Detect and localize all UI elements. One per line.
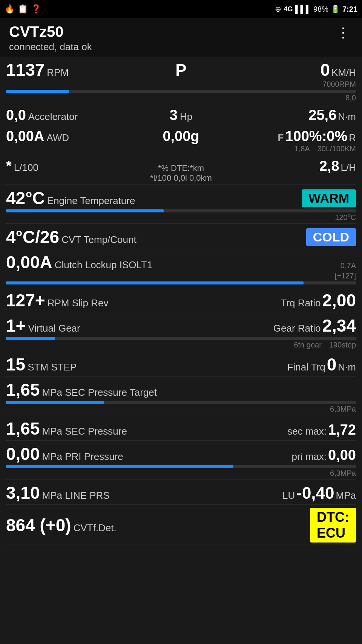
pri-p-label: MPa PRI Pressure (42, 451, 123, 463)
clutch-progress-bg (6, 281, 356, 284)
header-text: CVTz50 connected, data ok (9, 23, 92, 53)
nm-unit: N·m (338, 111, 356, 123)
engine-temp-row: 42°C Engine Temperature WARM 120°C (6, 185, 356, 224)
network-4g: 4G (284, 5, 293, 13)
gear-ref2: 190step (329, 341, 356, 349)
accel-value: 0,0 (6, 107, 26, 123)
fuel-sub-label: *l/100 0,0l 0,0km (150, 173, 212, 183)
nm-value: 25,6 (308, 107, 336, 123)
virtual-gear-row: 1+ Virtual Gear Gear Ratio 2,34 6th gear… (6, 312, 356, 351)
rpm-slip-row: 127+ RPM Slip Rev Trq Ratio 2,00 (6, 287, 356, 312)
pri-progress-bg (6, 465, 356, 468)
pri-max: 6,3MPa (330, 469, 356, 478)
f-prefix: F (278, 132, 284, 144)
pri-max-value: 0,00 (328, 447, 356, 463)
cvt-temp-value: 4°C/26 (6, 227, 59, 247)
sec-pressure-target-row: 1,65 MPa SEC Pressure Target 6,3MPa (6, 377, 356, 415)
sec-pt-progress-fill (6, 401, 104, 404)
g-value: 0,00g (163, 128, 199, 144)
dtc-value: 864 (+0) (6, 515, 71, 535)
hp-value: 3 (170, 107, 178, 123)
status-left-icons: 🔥 📋 ❓ (5, 4, 41, 14)
line-prs-label: MPa LINE PRS (42, 490, 110, 501)
final-trq-value: 0 (327, 354, 337, 375)
dtc-row: 864 (+0) CVTf.Det. DTC: ECU (6, 505, 356, 544)
main-data: 1137 RPM P 0 KM/H 7000RPM 8,0 0,0 Accele… (0, 57, 362, 544)
speed-value: 0 (320, 60, 330, 80)
trq-ratio-value: 2,00 (322, 290, 356, 310)
cvt-temp-label: CVT Temp/Count (61, 234, 136, 246)
clutch-row: 0,00A Clutch Lockup ISOLT1 0,7A [+127] (6, 249, 356, 287)
vgear-progress-fill (6, 337, 55, 340)
lu-unit: MPa (336, 490, 356, 501)
clutch-max-a: 0,7A (341, 261, 356, 270)
sec-pressure-row: 1,65 MPa SEC Pressure sec max: 1,72 (6, 415, 356, 441)
menu-button[interactable]: ⋮ (333, 23, 353, 42)
dtc-label: CVTf.Det. (74, 522, 117, 534)
awd-max-a: 1,8A (295, 144, 310, 153)
hp-unit: Hp (180, 111, 192, 123)
cvt-temp-row: 4°C/26 CVT Temp/Count COLD (6, 224, 356, 249)
dte-label: *% DTE:*km (158, 163, 204, 173)
stm-value: 15 (6, 354, 25, 375)
rpm-value: 1137 (6, 60, 44, 80)
final-trq-label: Final Trq (287, 361, 325, 373)
rpm-row: 1137 RPM P 0 KM/H 7000RPM 8,0 (6, 57, 356, 104)
sec-pt-label: MPa SEC Pressure Target (42, 387, 157, 398)
sec-max-value: 1,72 (328, 422, 356, 438)
gear-ratio-label: Gear Ratio (273, 323, 321, 334)
sec-pt-max: 6,3MPa (330, 405, 356, 413)
engine-temp-progress-bg (6, 209, 356, 212)
clutch-label: Clutch Lockup ISOLT1 (55, 259, 153, 271)
lu-label: LU (282, 490, 295, 501)
lu-value: -0,40 (296, 484, 334, 503)
battery-icon: 🔋 (331, 5, 340, 14)
engine-temp-max: 120°C (335, 213, 356, 222)
sec-p-value: 1,65 (6, 418, 40, 439)
header: CVTz50 connected, data ok ⋮ (0, 18, 362, 57)
lph-unit: L/H (341, 162, 356, 174)
stm-label: STM STEP (28, 361, 77, 373)
rpm-slip-label: RPM Slip Rev (48, 297, 109, 309)
pri-progress-fill (6, 465, 233, 468)
gear-value: P (175, 61, 186, 80)
engine-temp-progress-fill (6, 209, 164, 212)
cold-badge: COLD (306, 228, 356, 246)
rpm-max-label: 7000RPM (322, 80, 356, 89)
sec-pt-value: 1,65 (6, 380, 40, 400)
stm-step-row: 15 STM STEP Final Trq 0 N·m (6, 351, 356, 377)
clutch-progress-fill (6, 281, 304, 284)
clipboard-icon: 📋 (18, 4, 28, 14)
pri-p-value: 0,00 (6, 444, 40, 464)
wifi-question-icon: ❓ (31, 4, 41, 14)
speed-unit: KM/H (331, 67, 356, 78)
pri-max-label: pri max: (292, 451, 327, 463)
awd-label: AWD (46, 132, 69, 144)
sec-p-label: MPa SEC Pressure (42, 426, 127, 437)
final-trq-unit: N·m (338, 361, 356, 373)
clock: 7:21 (342, 5, 357, 14)
rpm-unit: RPM (47, 67, 69, 78)
accelerator-row: 0,0 Accelerator 3 Hp 25,6 N·m (6, 104, 356, 125)
sec-pt-progress-bg (6, 401, 356, 404)
r-suffix: R (349, 132, 356, 144)
engine-temp-label: Engine Temperature (47, 195, 135, 207)
rpm-slip-value: 127+ (6, 290, 45, 310)
connection-status: connected, data ok (9, 41, 92, 53)
vgear-progress-bg (6, 337, 356, 340)
trq-ratio-label: Trq Ratio (281, 297, 321, 309)
gear-ratio-value: 2,34 (322, 315, 356, 336)
status-bar: 🔥 📋 ❓ ⊕ 4G ▌▌▌ 98% 🔋 7:21 (0, 0, 362, 18)
accel-label: Accelerator (28, 111, 78, 123)
awd-consumption: 30L/100KM (318, 144, 356, 153)
lph-value: 2,8 (319, 158, 339, 174)
vgear-label: Virtual Gear (28, 323, 80, 334)
fuel-rate-unit: L/100 (14, 162, 38, 174)
gear-ref1: 6th gear (294, 341, 321, 349)
clutch-ref: [+127] (335, 272, 356, 280)
rpm-scale-label: 8,0 (345, 94, 356, 102)
awd-row: 0,00A AWD 0,00g F 100%:0% R 1,8A 30L/100… (6, 125, 356, 155)
dtc-badge[interactable]: DTC: ECU (310, 508, 356, 543)
signal-bars: ▌▌▌ (295, 5, 311, 14)
fuel-rate-value: * (6, 158, 12, 174)
